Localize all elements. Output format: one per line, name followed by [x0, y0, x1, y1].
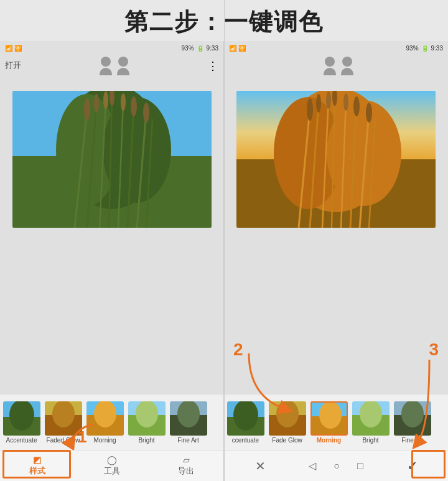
right-signal-icon: 📶: [229, 45, 236, 52]
filter-thumb-fine-art-right: [394, 401, 431, 436]
svg-point-25: [52, 401, 75, 427]
filter-thumb-faded-glow: [45, 401, 82, 436]
right-status-bar: 📶 🛜 93% 🔋 9:33: [224, 41, 448, 55]
filter-label-morning-right: Morning: [317, 437, 341, 444]
nav-icons-row: ◁ ○ □: [309, 460, 363, 472]
svg-point-69: [401, 401, 424, 427]
filter-thumb-fine-art: [170, 401, 207, 436]
confirm-button[interactable]: ✓: [401, 455, 423, 477]
filter-label-faded-glow: Faded Glow: [47, 437, 80, 444]
right-time-text: 9:33: [431, 45, 443, 52]
right-photo-bg: [236, 91, 436, 228]
right-battery-icon: 🔋: [421, 45, 429, 52]
nav-label-style: 样式: [29, 465, 45, 477]
left-bottom-nav: ◩ 样式 ◯ 工具 ▱ 导出: [0, 450, 223, 481]
menu-dots-icon[interactable]: ⋮: [207, 59, 218, 73]
avatar-head: [101, 57, 111, 67]
open-button[interactable]: 打开: [5, 60, 21, 71]
right-avatar2-body: [341, 68, 353, 75]
filter-label-accentuate: Accentuate: [6, 437, 37, 444]
battery-icon: 🔋: [197, 45, 204, 52]
right-action-bar: ✕ ◁ ○ □ ✓: [224, 450, 448, 481]
confirm-icon: ✓: [407, 459, 418, 474]
filter-label-bright-right: Bright: [362, 437, 378, 444]
filter-thumb-accentuate: [3, 401, 40, 436]
filter-label-bright-left: Bright: [138, 437, 154, 444]
nav-item-tools[interactable]: ◯ 工具: [75, 455, 149, 477]
right-battery-text: 93%: [406, 45, 419, 52]
right-avatar2-head: [342, 57, 352, 67]
avatar2-head: [118, 57, 128, 67]
left-panel: 📶 🛜 93% 🔋 9:33 打开: [0, 41, 224, 481]
time-text: 9:33: [207, 45, 218, 52]
svg-point-66: [360, 401, 382, 427]
svg-point-49: [316, 94, 321, 113]
filter-item-faded-glow-left[interactable]: Faded Glow: [43, 401, 83, 444]
svg-point-14: [94, 94, 99, 113]
svg-point-54: [366, 103, 372, 123]
left-photo-bg: [12, 91, 212, 228]
right-spacer: [224, 242, 448, 395]
left-status-left: 📶 🛜: [5, 45, 22, 52]
right-wifi-icon: 🛜: [238, 45, 246, 52]
battery-text: 93%: [182, 45, 194, 52]
nav-label-export: 导出: [178, 465, 194, 477]
right-avatar-body: [324, 68, 336, 75]
nav-label-tools: 工具: [104, 465, 120, 477]
filter-item-morning-right[interactable]: Morning: [309, 401, 349, 444]
right-photo: [236, 91, 436, 228]
right-app-header: [224, 55, 448, 77]
main-container: 第二步：一键调色 📶 🛜 93% 🔋 9:33 打开: [0, 0, 448, 481]
filter-item-fine-art-left[interactable]: Fine Art: [168, 401, 208, 444]
filter-thumb-bright: [128, 401, 166, 436]
filter-item-morning-left[interactable]: Morning: [85, 401, 125, 444]
panels-row: 📶 🛜 93% 🔋 9:33 打开: [0, 41, 448, 481]
right-avatar-head: [325, 57, 335, 67]
home-nav-icon[interactable]: ○: [334, 460, 340, 472]
left-filter-strip: Accentuate Faded Glow: [0, 394, 223, 450]
back-nav-icon[interactable]: ◁: [309, 460, 316, 472]
tools-icon: ◯: [107, 455, 117, 465]
filter-item-faded-glow-right[interactable]: Fade Glow: [267, 401, 307, 444]
right-status-right: 93% 🔋 9:33: [406, 45, 443, 52]
right-photo-area: [224, 77, 448, 242]
left-status-bar: 📶 🛜 93% 🔋 9:33: [0, 41, 223, 55]
filter-thumb-accentuate-right: [227, 401, 264, 436]
filter-label-faded-glow-right: Fade Glow: [272, 437, 302, 444]
filter-label-morning-left: Morning: [93, 437, 116, 444]
left-app-header: 打开 ⋮: [0, 55, 223, 77]
left-spacer: [0, 242, 223, 395]
avatar2-body: [117, 68, 129, 75]
nav-item-style[interactable]: ◩ 样式: [0, 455, 75, 477]
filter-thumb-morning-right: [310, 401, 348, 436]
svg-point-13: [84, 98, 90, 121]
right-panel: 📶 🛜 93% 🔋 9:33: [224, 41, 448, 481]
vertical-divider: [224, 0, 225, 481]
filter-label-fine-art-right: Fine Art: [401, 437, 422, 444]
svg-point-34: [177, 401, 200, 427]
filter-item-fine-art-right[interactable]: Fine Art: [392, 401, 432, 444]
cancel-button[interactable]: ✕: [249, 455, 271, 477]
svg-point-50: [326, 91, 331, 109]
svg-point-48: [307, 98, 313, 121]
svg-point-17: [121, 93, 126, 111]
svg-point-18: [131, 96, 137, 116]
profile-icon-area: [100, 57, 124, 75]
svg-point-39: [327, 100, 401, 206]
svg-point-15: [103, 91, 108, 109]
export-icon: ▱: [183, 455, 190, 465]
svg-point-52: [343, 93, 348, 111]
left-photo-area: [0, 77, 223, 242]
filter-item-bright-left[interactable]: Bright: [126, 401, 167, 444]
signal-icon: 📶: [5, 45, 12, 52]
square-nav-icon[interactable]: □: [357, 460, 363, 472]
filter-item-accentuate-right[interactable]: ccentuate: [225, 401, 266, 444]
nav-item-export[interactable]: ▱ 导出: [149, 455, 223, 477]
right-status-left: 📶 🛜: [229, 45, 246, 52]
wifi-icon: 🛜: [14, 45, 22, 52]
left-photo: [12, 91, 212, 228]
filter-label-fine-art-left: Fine Art: [177, 437, 198, 444]
filter-item-bright-right[interactable]: Bright: [350, 401, 391, 444]
filter-item-accentuate-left[interactable]: Accentuate: [1, 401, 42, 444]
svg-point-4: [103, 97, 171, 203]
